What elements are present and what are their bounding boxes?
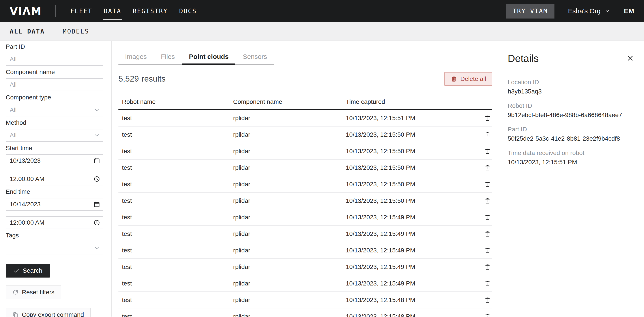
table-row[interactable]: test rplidar 10/13/2023, 12:15:49 PM xyxy=(118,226,492,242)
cell-component-name: rplidar xyxy=(233,131,346,138)
viam-logo[interactable]: VIΛM xyxy=(10,5,42,17)
cell-time-captured: 10/13/2023, 12:15:50 PM xyxy=(346,131,477,138)
delete-row-icon[interactable] xyxy=(484,164,491,171)
component-name-label: Component name xyxy=(6,68,103,76)
cell-time-captured: 10/13/2023, 12:15:49 PM xyxy=(346,264,477,271)
cell-robot-name: test xyxy=(122,264,233,271)
results-label: results xyxy=(142,74,166,83)
delete-row-icon[interactable] xyxy=(484,230,491,237)
tab-all-data[interactable]: ALL DATA xyxy=(10,28,45,35)
cell-time-captured: 10/13/2023, 12:15:49 PM xyxy=(346,230,477,237)
cell-component-name: rplidar xyxy=(233,164,346,171)
tags-select[interactable] xyxy=(6,242,103,254)
table-row[interactable]: test rplidar 10/13/2023, 12:15:50 PM xyxy=(118,143,492,160)
tab-files[interactable]: Files xyxy=(154,53,181,64)
detail-value: 9b12ebcf-bfe8-486e-988b-6a668648aee7 xyxy=(508,111,636,119)
sub-nav: ALL DATA MODELS xyxy=(0,22,644,41)
cell-component-name: rplidar xyxy=(233,214,346,221)
table-row[interactable]: test rplidar 10/13/2023, 12:15:49 PM xyxy=(118,275,492,292)
clock-icon[interactable] xyxy=(94,219,100,226)
cell-robot-name: test xyxy=(122,197,233,204)
filter-component-type: Component type All xyxy=(6,94,103,116)
cell-robot-name: test xyxy=(122,148,233,155)
delete-row-icon[interactable] xyxy=(484,115,491,121)
cell-time-captured: 10/13/2023, 12:15:50 PM xyxy=(346,181,477,188)
end-date-input[interactable] xyxy=(6,198,103,211)
check-icon xyxy=(13,268,20,274)
reset-filters-button[interactable]: Reset filters xyxy=(6,286,61,299)
component-type-select[interactable]: All xyxy=(6,104,103,116)
delete-row-icon[interactable] xyxy=(484,313,491,317)
results-count: 5,529 xyxy=(118,74,139,83)
cell-robot-name: test xyxy=(122,164,233,171)
detail-robot-id: Robot ID 9b12ebcf-bfe8-486e-988b-6a66864… xyxy=(508,102,636,119)
table-row[interactable]: test rplidar 10/13/2023, 12:15:49 PM xyxy=(118,209,492,226)
copy-export-command-button[interactable]: Copy export command xyxy=(6,308,91,317)
delete-row-icon[interactable] xyxy=(484,280,491,287)
tab-point-clouds[interactable]: Point clouds xyxy=(182,53,235,64)
close-icon xyxy=(626,54,634,62)
nav-item-fleet[interactable]: FLEET xyxy=(70,7,92,15)
trash-icon xyxy=(450,76,457,82)
delete-all-button[interactable]: Delete all xyxy=(444,72,492,86)
nav-item-data[interactable]: DATA xyxy=(104,7,121,15)
table-row[interactable]: test rplidar 10/13/2023, 12:15:49 PM xyxy=(118,242,492,259)
close-details-button[interactable] xyxy=(626,54,634,62)
tab-models[interactable]: MODELS xyxy=(63,28,89,35)
tab-sensors[interactable]: Sensors xyxy=(236,53,274,64)
tab-images[interactable]: Images xyxy=(118,53,153,64)
clock-icon[interactable] xyxy=(94,176,100,182)
method-value: All xyxy=(10,132,16,139)
end-time-input[interactable] xyxy=(6,216,103,229)
chevron-down-icon xyxy=(94,245,100,251)
nav-item-docs[interactable]: DOCS xyxy=(179,7,197,15)
detail-value: h3yb135aq3 xyxy=(508,87,636,95)
table-row[interactable]: test rplidar 10/13/2023, 12:15:51 PM xyxy=(118,110,492,127)
start-time-input[interactable] xyxy=(6,173,103,185)
delete-row-icon[interactable] xyxy=(484,297,491,303)
delete-row-icon[interactable] xyxy=(484,131,491,138)
delete-row-icon[interactable] xyxy=(484,247,491,254)
cell-time-captured: 10/13/2023, 12:15:50 PM xyxy=(346,164,477,171)
method-select[interactable]: All xyxy=(6,129,103,142)
search-button[interactable]: Search xyxy=(6,264,50,278)
chevron-down-icon xyxy=(94,107,100,113)
delete-row-icon[interactable] xyxy=(484,181,491,188)
table-row[interactable]: test rplidar 10/13/2023, 12:15:48 PM xyxy=(118,292,492,309)
col-actions xyxy=(477,105,492,109)
filter-part-id: Part ID xyxy=(6,43,103,66)
component-name-input[interactable] xyxy=(6,78,103,91)
col-component-name: Component name xyxy=(233,98,346,109)
calendar-icon[interactable] xyxy=(94,201,100,208)
detail-value: 50f25de2-5a3c-41e2-8b81-23e2f9b4cdf8 xyxy=(508,135,636,143)
end-time-label: End time xyxy=(6,188,103,195)
calendar-icon[interactable] xyxy=(94,157,100,164)
reset-filters-label: Reset filters xyxy=(22,289,54,296)
delete-row-icon[interactable] xyxy=(484,264,491,270)
table-row[interactable]: test rplidar 10/13/2023, 12:15:48 PM xyxy=(118,309,492,317)
cell-time-captured: 10/13/2023, 12:15:48 PM xyxy=(346,313,477,317)
start-date-input[interactable] xyxy=(6,154,103,167)
table-row[interactable]: test rplidar 10/13/2023, 12:15:50 PM xyxy=(118,193,492,209)
component-type-value: All xyxy=(10,106,16,113)
cell-robot-name: test xyxy=(122,131,233,138)
table-body: test rplidar 10/13/2023, 12:15:51 PM tes… xyxy=(118,110,492,317)
table-row[interactable]: test rplidar 10/13/2023, 12:15:50 PM xyxy=(118,176,492,193)
delete-row-icon[interactable] xyxy=(484,148,491,155)
cell-component-name: rplidar xyxy=(233,148,346,155)
delete-row-icon[interactable] xyxy=(484,214,491,221)
user-avatar[interactable]: EM xyxy=(624,7,634,15)
delete-row-icon[interactable] xyxy=(484,197,491,204)
table-row[interactable]: test rplidar 10/13/2023, 12:15:50 PM xyxy=(118,160,492,176)
nav-item-registry[interactable]: REGISTRY xyxy=(133,7,168,15)
try-viam-button[interactable]: TRY VIAM xyxy=(506,4,554,18)
data-content: Images Files Point clouds Sensors 5,529 … xyxy=(112,41,500,317)
part-id-input[interactable] xyxy=(6,53,103,66)
details-fields: Location ID h3yb135aq3 Robot ID 9b12ebcf… xyxy=(508,78,636,166)
cell-robot-name: test xyxy=(122,230,233,237)
main-layout: Part ID Component name Component type Al… xyxy=(0,41,644,317)
org-selector[interactable]: Esha's Org xyxy=(568,7,610,15)
table-row[interactable]: test rplidar 10/13/2023, 12:15:50 PM xyxy=(118,127,492,143)
table-row[interactable]: test rplidar 10/13/2023, 12:15:49 PM xyxy=(118,259,492,275)
data-type-tabs: Images Files Point clouds Sensors xyxy=(118,53,274,65)
